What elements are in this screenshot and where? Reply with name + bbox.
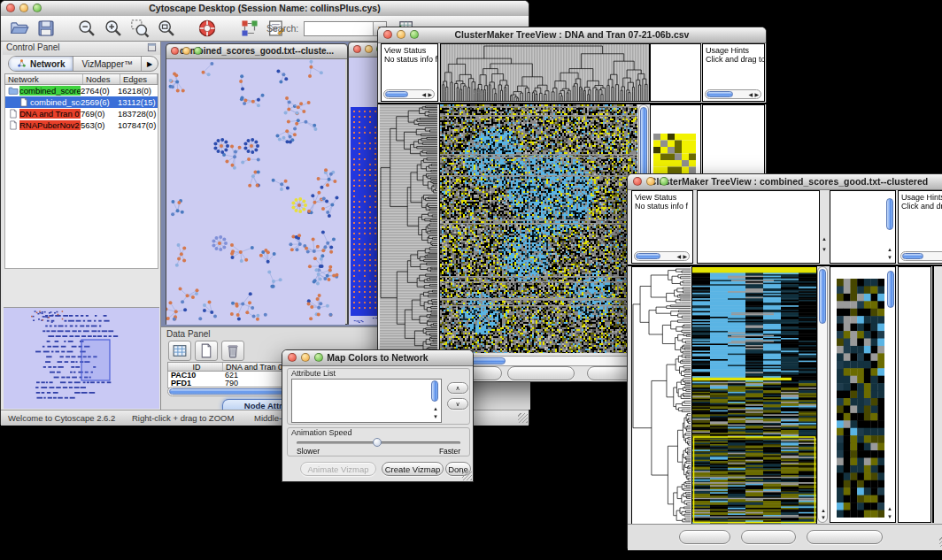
main-titlebar[interactable]: Cytoscape Desktop (Session Name: collins… <box>1 1 529 17</box>
move-down-button[interactable]: ∨ <box>447 398 468 410</box>
tv2-zoom-heatmap[interactable] <box>837 279 884 518</box>
animate-vizmap-button[interactable]: Animate Vizmap <box>300 462 376 476</box>
scroll-up-icon[interactable]: ▲ <box>821 508 826 513</box>
tab-vizmapper[interactable]: VizMapper™ <box>73 57 142 71</box>
frame-titlebar[interactable]: combined_scores_good.txt--cluste... <box>166 44 347 59</box>
network-overview-panel[interactable] <box>4 307 159 409</box>
zoom-selected-icon[interactable] <box>130 19 150 38</box>
dialog-titlebar[interactable]: Map Colors to Network <box>282 350 473 366</box>
animation-speed-group: Animation Speed Slower Faster <box>287 427 470 456</box>
scroll-down-icon[interactable]: ▼ <box>821 515 826 520</box>
resize-grip[interactable] <box>462 471 472 480</box>
tv1-hints-scrollbar[interactable]: ◀ ▶ <box>705 89 761 99</box>
scroll-left-icon[interactable]: ◀ <box>676 254 681 259</box>
scroll-up-icon[interactable]: ▲ <box>887 506 892 511</box>
close-button[interactable] <box>383 30 392 39</box>
network-list-header: Network Nodes Edges <box>4 73 158 85</box>
network-table-row[interactable]: combined_scores 2764(0) 16218(0) <box>5 85 158 96</box>
resize-grip[interactable] <box>518 413 528 423</box>
tv2-heatmap-vscrollbar[interactable]: ▲ ▼ <box>817 266 828 523</box>
zoom-button[interactable] <box>194 47 202 55</box>
close-button[interactable] <box>633 177 642 186</box>
move-up-button[interactable]: ∧ <box>447 382 468 394</box>
tv1-column-labels <box>653 46 691 99</box>
zoom-button[interactable] <box>660 177 668 186</box>
attribute-scrollbar-thumb[interactable] <box>431 380 438 402</box>
tv1-correlation-mini-heatmap[interactable] <box>653 134 696 173</box>
network-table-row[interactable]: RNAPuberNov2+I 563(0) 107847(0) <box>5 119 158 131</box>
minimize-button[interactable] <box>19 4 28 12</box>
tv2-gene-list-pane <box>898 266 931 523</box>
scroll-left-icon[interactable]: ◀ <box>421 92 426 97</box>
close-button[interactable] <box>288 353 297 362</box>
tab-overflow-arrow[interactable]: ▶ <box>142 57 158 71</box>
scroll-up-icon[interactable]: ▲ <box>433 406 438 411</box>
zoom-button[interactable] <box>314 353 323 362</box>
col-edges[interactable]: Edges <box>120 74 158 84</box>
network-view-canvas[interactable] <box>166 59 345 325</box>
delete-attribute-trash-icon[interactable] <box>221 341 244 361</box>
status-zoom-hint: Right-click + drag to ZOOM <box>132 413 234 423</box>
zoom-fit-icon[interactable] <box>157 19 176 38</box>
zoom-button[interactable] <box>410 30 419 39</box>
close-button[interactable] <box>6 4 15 12</box>
open-folder-icon[interactable] <box>10 19 29 38</box>
scroll-right-icon[interactable]: ▶ <box>683 254 687 259</box>
tv2-status-scrollbar[interactable]: ◀ ▶ <box>634 251 690 261</box>
minimize-button[interactable] <box>397 30 405 39</box>
tv2-title: ClusterMaker TreeView : combined_scores_… <box>628 174 942 189</box>
scroll-right-icon[interactable]: ▶ <box>428 92 432 97</box>
scroll-up-icon[interactable]: ▲ <box>822 236 827 242</box>
col-id[interactable]: ID <box>168 363 223 371</box>
zoom-scrollbar-thumb[interactable] <box>887 271 894 308</box>
scrollbar-thumb[interactable] <box>819 269 826 324</box>
create-vizmap-button[interactable]: Create Vizmap <box>382 462 444 476</box>
minimize-button[interactable] <box>182 47 190 55</box>
labels-scrollbar-thumb[interactable] <box>886 198 893 230</box>
network-overview-canvas[interactable] <box>4 308 158 407</box>
scroll-down-icon[interactable]: ▼ <box>822 247 827 252</box>
new-attribute-icon[interactable] <box>195 341 218 361</box>
vizmapper-icon[interactable] <box>240 19 259 38</box>
network-table-row[interactable]: combined_sco 2569(6) 13112(15) <box>5 96 158 108</box>
zoom-in-icon[interactable] <box>104 19 123 38</box>
scrollbar-thumb[interactable] <box>706 91 733 97</box>
zoom-button[interactable] <box>33 4 42 12</box>
scroll-down-icon[interactable]: ▼ <box>433 414 438 419</box>
tv1-status-scrollbar[interactable]: ◀ ▶ <box>383 89 435 99</box>
zoom-out-icon[interactable] <box>77 19 97 38</box>
tv1-titlebar[interactable]: ClusterMaker TreeView : DNA and Tran 07-… <box>378 27 766 43</box>
tv1-row-dendrogram[interactable] <box>380 104 437 353</box>
minimize-button[interactable] <box>646 177 655 186</box>
help-lifebuoy-icon[interactable] <box>197 19 217 38</box>
select-attributes-icon[interactable] <box>168 341 191 361</box>
scroll-up-icon[interactable]: ▲ <box>887 247 892 252</box>
tv2-row-dendrogram[interactable] <box>631 266 691 525</box>
scroll-down-icon[interactable]: ▼ <box>887 514 892 519</box>
search-input[interactable] <box>305 22 373 35</box>
float-panel-icon[interactable] <box>147 42 157 52</box>
tv1-heatmap[interactable] <box>439 104 637 353</box>
save-icon[interactable] <box>36 19 56 38</box>
close-button[interactable] <box>171 47 179 55</box>
tv1-column-dendrogram[interactable] <box>440 43 650 102</box>
col-network[interactable]: Network <box>5 74 83 84</box>
scroll-right-icon[interactable]: ▶ <box>754 92 759 97</box>
network-name: combined_sco <box>30 97 81 107</box>
scrollbar-thumb[interactable] <box>902 253 923 259</box>
tv2-column-dendrogram-pane[interactable] <box>697 190 820 264</box>
tv2-titlebar[interactable]: ClusterMaker TreeView : combined_scores_… <box>628 174 942 190</box>
tv2-heatmap[interactable] <box>691 266 817 525</box>
tab-network[interactable]: Network <box>9 57 73 71</box>
col-nodes[interactable]: Nodes <box>83 74 120 84</box>
scrollbar-thumb[interactable] <box>385 91 408 97</box>
scroll-left-icon[interactable]: ◀ <box>748 92 753 97</box>
scrollbar-thumb[interactable] <box>636 253 660 259</box>
minimize-button[interactable] <box>365 45 373 53</box>
network-table-row[interactable]: DNA and Tran 07 769(0) 183728(0) <box>5 108 158 119</box>
close-button[interactable] <box>353 45 361 53</box>
tv2-hints-scrollbar[interactable] <box>900 251 942 261</box>
slider-thumb[interactable] <box>373 438 382 447</box>
minimize-button[interactable] <box>301 353 310 362</box>
scroll-down-icon[interactable]: ▼ <box>887 255 892 260</box>
